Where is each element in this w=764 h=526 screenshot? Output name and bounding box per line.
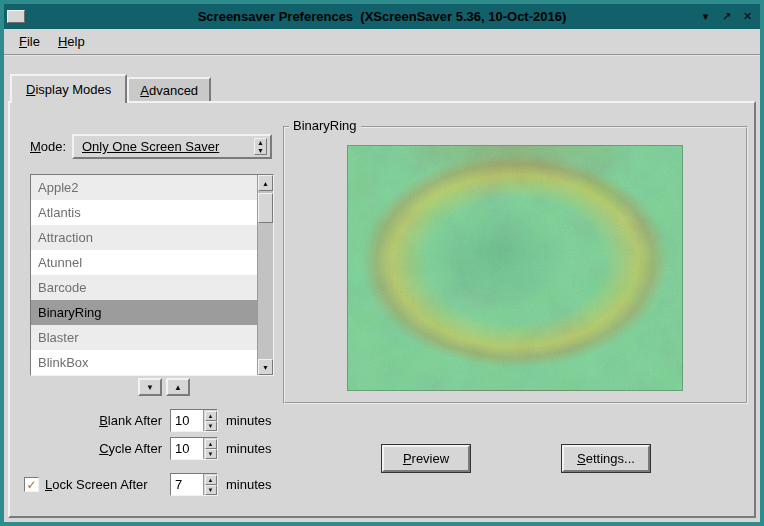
list-item[interactable]: Apple2: [31, 175, 257, 200]
lock-after-input[interactable]: [171, 474, 203, 495]
blank-after-rest: lank After: [108, 413, 162, 428]
arrow-up-icon: ▲: [174, 383, 182, 392]
blank-after-label: Blank After: [10, 409, 162, 432]
xscreensaver-preferences-window: Screensaver Preferences (XScreenSaver 5.…: [0, 0, 764, 526]
tab-display-modes-accel: D: [26, 82, 35, 97]
scrollbar-thumb[interactable]: [258, 193, 273, 223]
list-next-button[interactable]: ▼: [138, 378, 162, 396]
list-item[interactable]: Barcode: [31, 275, 257, 300]
arrow-down-icon: ▼: [146, 383, 154, 392]
settings-button[interactable]: Settings...: [562, 445, 650, 472]
content-area: Display Modes Advanced Mode: Only One Sc…: [4, 56, 760, 522]
scroll-up-icon: ▲: [262, 180, 269, 187]
preview-button[interactable]: Preview: [382, 445, 470, 472]
mode-dropdown-value: Only One Screen Saver: [82, 139, 254, 154]
mode-label: Mode:: [30, 139, 66, 154]
list-item[interactable]: Atunnel: [31, 250, 257, 275]
menu-help[interactable]: Help: [49, 30, 94, 53]
checkmark-icon: ✓: [26, 479, 36, 491]
mode-label-rest: ode:: [41, 139, 66, 154]
cycle-after-unit: minutes: [226, 437, 272, 460]
stepper-down-icon[interactable]: ▼: [205, 485, 217, 495]
cycle-after-label: Cycle After: [10, 437, 162, 460]
list-item[interactable]: Atlantis: [31, 200, 257, 225]
menubar: File Help: [4, 29, 760, 56]
preview-button-label: review: [412, 451, 450, 466]
preview-frame: BinaryRing: [283, 126, 748, 404]
list-scrollbar[interactable]: ▲ ▼: [257, 175, 273, 375]
iconify-button[interactable]: ▾: [696, 8, 715, 25]
stepper-down-icon[interactable]: ▼: [205, 421, 217, 431]
tab-display-modes[interactable]: Display Modes: [10, 74, 127, 103]
dropdown-indicator-icon: ▲ ▼: [254, 138, 267, 155]
cycle-after-spinbox: ▲ ▼: [170, 437, 218, 460]
list-item[interactable]: Attraction: [31, 225, 257, 250]
lock-screen-rest: ock Screen After: [52, 477, 147, 492]
display-modes-panel: Mode: Only One Screen Saver ▲ ▼ Apple2 A…: [8, 101, 756, 518]
scrollbar-up-button[interactable]: ▲: [258, 175, 273, 191]
tab-advanced[interactable]: Advanced: [127, 77, 211, 101]
lock-screen-checkbox[interactable]: ✓: [24, 477, 39, 492]
window-title: Screensaver Preferences (XScreenSaver 5.…: [4, 9, 760, 24]
stepper-up-icon[interactable]: ▲: [205, 475, 217, 485]
tab-advanced-accel: A: [140, 83, 149, 98]
close-icon: ✕: [743, 10, 752, 23]
tab-bar: Display Modes Advanced: [8, 74, 756, 101]
scrollbar-track[interactable]: [258, 191, 273, 359]
blank-after-spinbox: ▲ ▼: [170, 409, 218, 432]
screensaver-list-rows: Apple2 Atlantis Attraction Atunnel Barco…: [31, 175, 257, 375]
menu-help-accel: H: [58, 34, 67, 49]
titlebar[interactable]: Screensaver Preferences (XScreenSaver 5.…: [4, 4, 760, 29]
lock-screen-label: Lock Screen After: [45, 473, 148, 496]
stepper-up-icon[interactable]: ▲: [205, 411, 217, 421]
iconify-icon: ▾: [703, 10, 709, 23]
blank-after-stepper[interactable]: ▲ ▼: [203, 410, 217, 431]
maximize-icon: ↗: [722, 10, 731, 23]
preview-frame-title: BinaryRing: [289, 118, 361, 133]
lock-after-unit: minutes: [226, 473, 272, 496]
tab-advanced-label: dvanced: [149, 83, 198, 98]
blank-after-accel: B: [99, 413, 108, 428]
chevron-up-icon: ▲: [257, 139, 264, 147]
list-prev-button[interactable]: ▲: [166, 378, 190, 396]
cycle-after-rest: ycle After: [109, 441, 162, 456]
tab-display-modes-label: isplay Modes: [35, 82, 111, 97]
lock-after-stepper[interactable]: ▲ ▼: [203, 474, 217, 495]
menu-file-label: ile: [27, 34, 40, 49]
chevron-down-icon: ▼: [257, 147, 264, 155]
scrollbar-down-button[interactable]: ▼: [258, 359, 273, 375]
close-button[interactable]: ✕: [738, 8, 757, 25]
menu-help-label: elp: [67, 34, 84, 49]
cycle-after-accel: C: [99, 441, 108, 456]
screensaver-preview-image: [347, 145, 683, 391]
cycle-after-stepper[interactable]: ▲ ▼: [203, 438, 217, 459]
screensaver-list: Apple2 Atlantis Attraction Atunnel Barco…: [30, 174, 274, 376]
window-menu-icon[interactable]: [7, 10, 25, 23]
maximize-button[interactable]: ↗: [717, 8, 736, 25]
blank-after-unit: minutes: [226, 409, 272, 432]
blank-after-input[interactable]: [171, 410, 203, 431]
settings-button-accel: S: [577, 451, 586, 466]
list-item-selected[interactable]: BinaryRing: [31, 300, 257, 325]
stepper-down-icon[interactable]: ▼: [205, 449, 217, 459]
lock-after-spinbox: ▲ ▼: [170, 473, 218, 496]
mode-dropdown[interactable]: Only One Screen Saver ▲ ▼: [72, 134, 272, 159]
list-item[interactable]: BlinkBox: [31, 350, 257, 375]
mode-label-accel: M: [30, 139, 41, 154]
preview-button-accel: P: [403, 451, 412, 466]
menu-file-accel: F: [19, 34, 27, 49]
stepper-up-icon[interactable]: ▲: [205, 439, 217, 449]
list-item[interactable]: Blaster: [31, 325, 257, 350]
settings-button-label: ettings...: [586, 451, 635, 466]
menu-file[interactable]: File: [10, 30, 49, 53]
cycle-after-input[interactable]: [171, 438, 203, 459]
scroll-down-icon: ▼: [262, 364, 269, 371]
